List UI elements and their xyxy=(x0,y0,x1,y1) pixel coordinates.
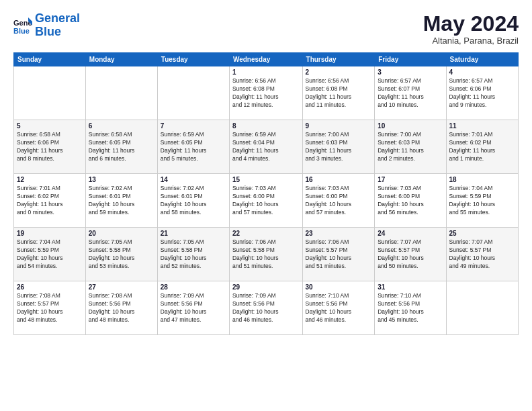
day-number: 25 xyxy=(449,230,515,237)
table-row: 19Sunrise: 7:04 AM Sunset: 5:59 PM Dayli… xyxy=(14,228,86,281)
day-info: Sunrise: 6:56 AM Sunset: 6:08 PM Dayligh… xyxy=(232,77,300,109)
day-info: Sunrise: 6:57 AM Sunset: 6:06 PM Dayligh… xyxy=(449,77,515,109)
table-row: 4Sunrise: 6:57 AM Sunset: 6:06 PM Daylig… xyxy=(446,66,518,120)
day-info: Sunrise: 7:03 AM Sunset: 6:00 PM Dayligh… xyxy=(232,185,300,217)
location-subtitle: Altania, Parana, Brazil xyxy=(423,36,519,46)
table-row: 3Sunrise: 6:57 AM Sunset: 6:07 PM Daylig… xyxy=(375,66,446,120)
day-number: 18 xyxy=(449,176,515,183)
day-info: Sunrise: 7:09 AM Sunset: 5:56 PM Dayligh… xyxy=(232,292,300,324)
table-row: 6Sunrise: 6:58 AM Sunset: 6:05 PM Daylig… xyxy=(85,120,157,174)
title-block: May 2024 Altania, Parana, Brazil xyxy=(423,12,519,46)
col-saturday: Saturday xyxy=(446,53,518,66)
day-number: 27 xyxy=(89,283,154,291)
day-info: Sunrise: 7:03 AM Sunset: 6:00 PM Dayligh… xyxy=(306,185,372,217)
table-row xyxy=(157,66,229,120)
table-row: 23Sunrise: 7:06 AM Sunset: 5:57 PM Dayli… xyxy=(302,228,375,281)
day-info: Sunrise: 7:06 AM Sunset: 5:57 PM Dayligh… xyxy=(306,238,372,271)
day-number: 21 xyxy=(161,230,226,237)
table-row: 27Sunrise: 7:08 AM Sunset: 5:56 PM Dayli… xyxy=(85,281,157,335)
day-info: Sunrise: 7:07 AM Sunset: 5:57 PM Dayligh… xyxy=(449,238,515,271)
logo: General Blue GeneralBlue xyxy=(13,12,80,39)
header: General Blue GeneralBlue May 2024 Altani… xyxy=(13,12,519,46)
day-number: 13 xyxy=(89,176,154,183)
day-number: 10 xyxy=(378,122,443,130)
day-number: 8 xyxy=(232,122,300,130)
logo-text: GeneralBlue xyxy=(35,12,80,39)
day-info: Sunrise: 6:58 AM Sunset: 6:06 PM Dayligh… xyxy=(17,131,83,163)
day-number: 24 xyxy=(378,230,443,237)
day-info: Sunrise: 6:59 AM Sunset: 6:04 PM Dayligh… xyxy=(232,131,300,163)
table-row xyxy=(85,66,157,120)
table-row: 17Sunrise: 7:03 AM Sunset: 6:00 PM Dayli… xyxy=(375,174,446,228)
table-row: 9Sunrise: 7:00 AM Sunset: 6:03 PM Daylig… xyxy=(302,120,375,174)
table-row: 1Sunrise: 6:56 AM Sunset: 6:08 PM Daylig… xyxy=(229,66,302,120)
day-number: 23 xyxy=(306,230,372,237)
table-row: 13Sunrise: 7:02 AM Sunset: 6:01 PM Dayli… xyxy=(85,174,157,228)
day-info: Sunrise: 7:01 AM Sunset: 6:02 PM Dayligh… xyxy=(449,131,515,163)
day-info: Sunrise: 7:10 AM Sunset: 5:56 PM Dayligh… xyxy=(378,292,443,324)
day-info: Sunrise: 7:01 AM Sunset: 6:02 PM Dayligh… xyxy=(17,185,83,217)
day-info: Sunrise: 7:05 AM Sunset: 5:58 PM Dayligh… xyxy=(161,238,226,271)
table-row: 26Sunrise: 7:08 AM Sunset: 5:57 PM Dayli… xyxy=(14,281,86,335)
table-row: 30Sunrise: 7:10 AM Sunset: 5:56 PM Dayli… xyxy=(302,281,375,335)
table-row: 25Sunrise: 7:07 AM Sunset: 5:57 PM Dayli… xyxy=(446,228,518,281)
table-row: 16Sunrise: 7:03 AM Sunset: 6:00 PM Dayli… xyxy=(302,174,375,228)
page: General Blue GeneralBlue May 2024 Altani… xyxy=(0,0,532,411)
day-info: Sunrise: 7:00 AM Sunset: 6:03 PM Dayligh… xyxy=(306,131,372,163)
day-number: 7 xyxy=(161,122,226,130)
col-sunday: Sunday xyxy=(14,53,86,66)
calendar-week-4: 19Sunrise: 7:04 AM Sunset: 5:59 PM Dayli… xyxy=(14,228,519,281)
col-friday: Friday xyxy=(375,53,446,66)
day-number: 15 xyxy=(232,176,300,183)
day-info: Sunrise: 7:08 AM Sunset: 5:57 PM Dayligh… xyxy=(17,292,83,324)
day-info: Sunrise: 6:57 AM Sunset: 6:07 PM Dayligh… xyxy=(378,77,443,109)
logo-icon: General Blue xyxy=(13,16,32,35)
col-thursday: Thursday xyxy=(302,53,375,66)
day-number: 6 xyxy=(89,122,154,130)
table-row: 29Sunrise: 7:09 AM Sunset: 5:56 PM Dayli… xyxy=(229,281,302,335)
calendar-week-5: 26Sunrise: 7:08 AM Sunset: 5:57 PM Dayli… xyxy=(14,281,519,335)
calendar-week-3: 12Sunrise: 7:01 AM Sunset: 6:02 PM Dayli… xyxy=(14,174,519,228)
day-info: Sunrise: 7:10 AM Sunset: 5:56 PM Dayligh… xyxy=(306,292,372,324)
day-number: 29 xyxy=(232,283,300,291)
table-row: 2Sunrise: 6:56 AM Sunset: 6:08 PM Daylig… xyxy=(302,66,375,120)
day-number: 17 xyxy=(378,176,443,183)
day-info: Sunrise: 7:08 AM Sunset: 5:56 PM Dayligh… xyxy=(89,292,154,324)
day-number: 12 xyxy=(17,176,83,183)
table-row: 22Sunrise: 7:06 AM Sunset: 5:58 PM Dayli… xyxy=(229,228,302,281)
table-row xyxy=(14,66,86,120)
table-row: 5Sunrise: 6:58 AM Sunset: 6:06 PM Daylig… xyxy=(14,120,86,174)
col-monday: Monday xyxy=(85,53,157,66)
table-row: 18Sunrise: 7:04 AM Sunset: 5:59 PM Dayli… xyxy=(446,174,518,228)
table-row: 24Sunrise: 7:07 AM Sunset: 5:57 PM Dayli… xyxy=(375,228,446,281)
day-info: Sunrise: 7:06 AM Sunset: 5:58 PM Dayligh… xyxy=(232,238,300,271)
day-number: 3 xyxy=(378,68,443,76)
svg-text:Blue: Blue xyxy=(13,27,30,35)
day-info: Sunrise: 7:04 AM Sunset: 5:59 PM Dayligh… xyxy=(17,238,83,271)
day-info: Sunrise: 6:56 AM Sunset: 6:08 PM Dayligh… xyxy=(306,77,372,109)
calendar-table: Sunday Monday Tuesday Wednesday Thursday… xyxy=(13,52,519,335)
table-row: 8Sunrise: 6:59 AM Sunset: 6:04 PM Daylig… xyxy=(229,120,302,174)
day-info: Sunrise: 7:04 AM Sunset: 5:59 PM Dayligh… xyxy=(449,185,515,217)
table-row: 21Sunrise: 7:05 AM Sunset: 5:58 PM Dayli… xyxy=(157,228,229,281)
table-row: 15Sunrise: 7:03 AM Sunset: 6:00 PM Dayli… xyxy=(229,174,302,228)
table-row: 31Sunrise: 7:10 AM Sunset: 5:56 PM Dayli… xyxy=(375,281,446,335)
day-info: Sunrise: 7:09 AM Sunset: 5:56 PM Dayligh… xyxy=(161,292,226,324)
table-row: 7Sunrise: 6:59 AM Sunset: 6:05 PM Daylig… xyxy=(157,120,229,174)
day-number: 26 xyxy=(17,283,83,291)
day-info: Sunrise: 7:02 AM Sunset: 6:01 PM Dayligh… xyxy=(89,185,154,217)
day-info: Sunrise: 7:02 AM Sunset: 6:01 PM Dayligh… xyxy=(161,185,226,217)
table-row: 20Sunrise: 7:05 AM Sunset: 5:58 PM Dayli… xyxy=(85,228,157,281)
day-info: Sunrise: 6:59 AM Sunset: 6:05 PM Dayligh… xyxy=(161,131,226,163)
calendar-week-1: 1Sunrise: 6:56 AM Sunset: 6:08 PM Daylig… xyxy=(14,66,519,120)
calendar-week-2: 5Sunrise: 6:58 AM Sunset: 6:06 PM Daylig… xyxy=(14,120,519,174)
col-wednesday: Wednesday xyxy=(229,53,302,66)
day-number: 22 xyxy=(232,230,300,237)
month-title: May 2024 xyxy=(423,12,519,36)
day-info: Sunrise: 7:00 AM Sunset: 6:03 PM Dayligh… xyxy=(378,131,443,163)
day-number: 31 xyxy=(378,283,443,291)
day-number: 2 xyxy=(306,68,372,76)
day-number: 9 xyxy=(306,122,372,130)
table-row xyxy=(446,281,518,335)
day-info: Sunrise: 6:58 AM Sunset: 6:05 PM Dayligh… xyxy=(89,131,154,163)
